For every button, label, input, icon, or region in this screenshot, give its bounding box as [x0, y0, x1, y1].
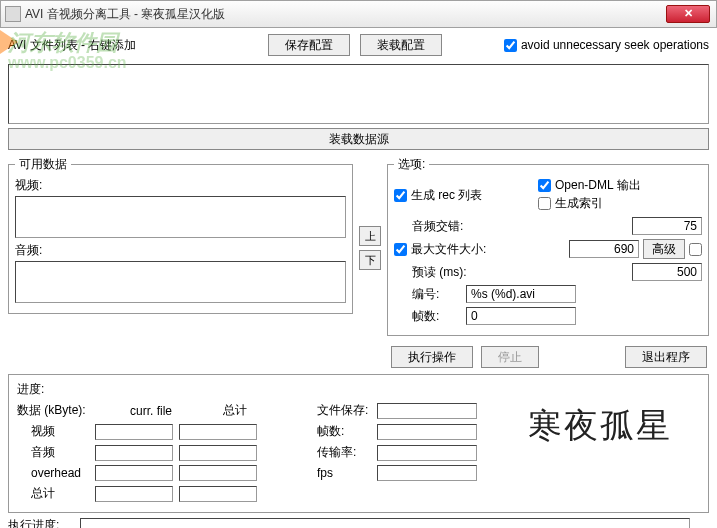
titlebar: AVI 音视频分离工具 - 寒夜孤星汉化版 ✕ [0, 0, 717, 28]
frames-value [377, 424, 477, 440]
file-save-label: 文件保存: [317, 402, 377, 419]
total-header: 总计 [193, 402, 277, 419]
save-config-button[interactable]: 保存配置 [268, 34, 350, 56]
exec-progress-bar [80, 518, 690, 529]
options-group: 选项: 生成 rec 列表 Open-DML 输出 生成索引 [387, 156, 709, 336]
preload-input[interactable] [632, 263, 702, 281]
load-config-button[interactable]: 装载配置 [360, 34, 442, 56]
frames-label: 帧数: [412, 308, 462, 325]
move-up-button[interactable]: 上 [359, 226, 381, 246]
stop-button[interactable]: 停止 [481, 346, 539, 368]
rate-label: 传输率: [317, 444, 377, 461]
gen-index-checkbox[interactable]: 生成索引 [538, 195, 603, 212]
audio-total-value [179, 445, 257, 461]
advanced-button[interactable]: 高级 [643, 239, 685, 259]
audio-label: 音频: [15, 242, 346, 259]
window-title: AVI 音视频分离工具 - 寒夜孤星汉化版 [25, 6, 712, 23]
sum-curr-value [95, 486, 173, 502]
audio-interleave-label: 音频交错: [412, 218, 497, 235]
app-icon [5, 6, 21, 22]
overhead-curr-value [95, 465, 173, 481]
options-legend: 选项: [394, 156, 429, 173]
execute-button[interactable]: 执行操作 [391, 346, 473, 368]
overhead-total-value [179, 465, 257, 481]
prog-video-label: 视频 [17, 423, 95, 440]
video-total-value [179, 424, 257, 440]
curr-file-header: curr. file [109, 404, 193, 418]
prog-frames-label: 帧数: [317, 423, 377, 440]
data-label: 数据 (kByte): [17, 402, 109, 419]
close-button[interactable]: ✕ [666, 5, 710, 23]
gen-rec-checkbox[interactable]: 生成 rec 列表 [394, 187, 534, 204]
progress-group: 进度: 数据 (kByte): curr. file 总计 视频 音频 over… [8, 374, 709, 513]
frames-input[interactable] [466, 307, 576, 325]
fps-label: fps [317, 466, 377, 480]
max-filesize-label: 最大文件大小: [411, 241, 496, 258]
available-data-group: 可用数据 视频: 音频: [8, 156, 353, 314]
avoid-seek-checkbox[interactable]: avoid unnecessary seek operations [504, 38, 709, 52]
file-list[interactable] [8, 64, 709, 124]
file-save-value [377, 403, 477, 419]
numbering-label: 编号: [412, 286, 462, 303]
open-dml-checkbox[interactable]: Open-DML 输出 [538, 177, 641, 194]
watermark-arrow [0, 30, 18, 54]
video-label: 视频: [15, 177, 346, 194]
move-down-button[interactable]: 下 [359, 250, 381, 270]
preload-label: 预读 (ms): [412, 264, 497, 281]
prog-audio-label: 音频 [17, 444, 95, 461]
max-filesize-checkbox[interactable] [394, 243, 407, 256]
audio-list[interactable] [15, 261, 346, 303]
numbering-input[interactable] [466, 285, 576, 303]
prog-sum-label: 总计 [17, 485, 95, 502]
file-list-label: AVI 文件列表 - 右键添加 [8, 37, 158, 54]
max-filesize-input[interactable] [569, 240, 639, 258]
rate-value [377, 445, 477, 461]
video-curr-value [95, 424, 173, 440]
available-legend: 可用数据 [15, 156, 71, 173]
fps-value [377, 465, 477, 481]
exec-progress-label: 执行进度: [8, 517, 80, 528]
exit-button[interactable]: 退出程序 [625, 346, 707, 368]
audio-curr-value [95, 445, 173, 461]
video-list[interactable] [15, 196, 346, 238]
sum-total-value [179, 486, 257, 502]
progress-legend: 进度: [17, 381, 700, 398]
audio-interleave-input[interactable] [632, 217, 702, 235]
advanced-checkbox[interactable] [689, 243, 702, 256]
load-source-button[interactable]: 装载数据源 [8, 128, 709, 150]
prog-overhead-label: overhead [17, 466, 95, 480]
logo-text: 寒夜孤星 [528, 403, 698, 445]
avoid-seek-input[interactable] [504, 39, 517, 52]
